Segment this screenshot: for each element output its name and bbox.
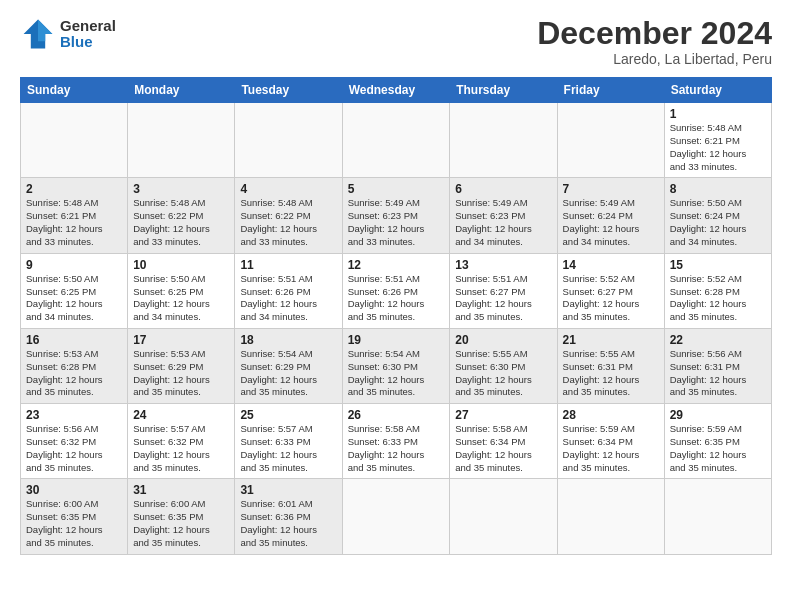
header: General Blue December 2024 Laredo, La Li…: [20, 16, 772, 67]
day-info: Sunrise: 5:49 AM Sunset: 6:23 PM Dayligh…: [455, 197, 551, 248]
calendar-week-3: 9Sunrise: 5:50 AM Sunset: 6:25 PM Daylig…: [21, 253, 772, 328]
day-info: Sunrise: 5:49 AM Sunset: 6:24 PM Dayligh…: [563, 197, 659, 248]
day-number: 14: [563, 258, 659, 272]
calendar-cell: 12Sunrise: 5:51 AM Sunset: 6:26 PM Dayli…: [342, 253, 450, 328]
header-tuesday: Tuesday: [235, 78, 342, 103]
day-number: 13: [455, 258, 551, 272]
day-number: 30: [26, 483, 122, 497]
calendar-header-row: Sunday Monday Tuesday Wednesday Thursday…: [21, 78, 772, 103]
day-info: Sunrise: 5:59 AM Sunset: 6:34 PM Dayligh…: [563, 423, 659, 474]
day-number: 26: [348, 408, 445, 422]
day-info: Sunrise: 5:48 AM Sunset: 6:22 PM Dayligh…: [133, 197, 229, 248]
day-info: Sunrise: 5:54 AM Sunset: 6:29 PM Dayligh…: [240, 348, 336, 399]
day-number: 22: [670, 333, 766, 347]
calendar-cell: 31Sunrise: 6:01 AM Sunset: 6:36 PM Dayli…: [235, 479, 342, 554]
calendar-cell: 30Sunrise: 6:00 AM Sunset: 6:35 PM Dayli…: [21, 479, 128, 554]
calendar-cell: 5Sunrise: 5:49 AM Sunset: 6:23 PM Daylig…: [342, 178, 450, 253]
day-number: 31: [133, 483, 229, 497]
day-info: Sunrise: 5:54 AM Sunset: 6:30 PM Dayligh…: [348, 348, 445, 399]
day-info: Sunrise: 5:51 AM Sunset: 6:26 PM Dayligh…: [240, 273, 336, 324]
day-info: Sunrise: 5:52 AM Sunset: 6:28 PM Dayligh…: [670, 273, 766, 324]
location-subtitle: Laredo, La Libertad, Peru: [537, 51, 772, 67]
day-info: Sunrise: 5:55 AM Sunset: 6:30 PM Dayligh…: [455, 348, 551, 399]
day-number: 25: [240, 408, 336, 422]
calendar-week-2: 2Sunrise: 5:48 AM Sunset: 6:21 PM Daylig…: [21, 178, 772, 253]
calendar-cell: 31Sunrise: 6:00 AM Sunset: 6:35 PM Dayli…: [128, 479, 235, 554]
day-info: Sunrise: 5:53 AM Sunset: 6:29 PM Dayligh…: [133, 348, 229, 399]
day-number: 3: [133, 182, 229, 196]
day-info: Sunrise: 5:50 AM Sunset: 6:25 PM Dayligh…: [26, 273, 122, 324]
calendar-cell: 24Sunrise: 5:57 AM Sunset: 6:32 PM Dayli…: [128, 404, 235, 479]
calendar-cell: 22Sunrise: 5:56 AM Sunset: 6:31 PM Dayli…: [664, 328, 771, 403]
calendar-cell: 8Sunrise: 5:50 AM Sunset: 6:24 PM Daylig…: [664, 178, 771, 253]
day-info: Sunrise: 5:57 AM Sunset: 6:33 PM Dayligh…: [240, 423, 336, 474]
logo-general: General: [60, 18, 116, 35]
calendar-cell: [342, 479, 450, 554]
header-thursday: Thursday: [450, 78, 557, 103]
header-friday: Friday: [557, 78, 664, 103]
calendar-cell: 14Sunrise: 5:52 AM Sunset: 6:27 PM Dayli…: [557, 253, 664, 328]
calendar-cell: [557, 479, 664, 554]
day-number: 5: [348, 182, 445, 196]
day-number: 4: [240, 182, 336, 196]
day-number: 9: [26, 258, 122, 272]
day-info: Sunrise: 5:51 AM Sunset: 6:26 PM Dayligh…: [348, 273, 445, 324]
calendar-cell: 26Sunrise: 5:58 AM Sunset: 6:33 PM Dayli…: [342, 404, 450, 479]
day-number: 8: [670, 182, 766, 196]
day-number: 7: [563, 182, 659, 196]
day-info: Sunrise: 5:51 AM Sunset: 6:27 PM Dayligh…: [455, 273, 551, 324]
day-number: 23: [26, 408, 122, 422]
day-number: 11: [240, 258, 336, 272]
day-info: Sunrise: 5:48 AM Sunset: 6:21 PM Dayligh…: [26, 197, 122, 248]
month-title: December 2024: [537, 16, 772, 51]
calendar-cell: 19Sunrise: 5:54 AM Sunset: 6:30 PM Dayli…: [342, 328, 450, 403]
day-info: Sunrise: 5:55 AM Sunset: 6:31 PM Dayligh…: [563, 348, 659, 399]
calendar-cell: 18Sunrise: 5:54 AM Sunset: 6:29 PM Dayli…: [235, 328, 342, 403]
calendar-cell: 10Sunrise: 5:50 AM Sunset: 6:25 PM Dayli…: [128, 253, 235, 328]
day-number: 17: [133, 333, 229, 347]
calendar-cell: 27Sunrise: 5:58 AM Sunset: 6:34 PM Dayli…: [450, 404, 557, 479]
day-info: Sunrise: 5:58 AM Sunset: 6:34 PM Dayligh…: [455, 423, 551, 474]
calendar-cell: [557, 103, 664, 178]
day-info: Sunrise: 5:59 AM Sunset: 6:35 PM Dayligh…: [670, 423, 766, 474]
calendar-cell: 7Sunrise: 5:49 AM Sunset: 6:24 PM Daylig…: [557, 178, 664, 253]
day-info: Sunrise: 6:00 AM Sunset: 6:35 PM Dayligh…: [26, 498, 122, 549]
day-number: 18: [240, 333, 336, 347]
calendar-cell: [21, 103, 128, 178]
calendar-cell: 29Sunrise: 5:59 AM Sunset: 6:35 PM Dayli…: [664, 404, 771, 479]
day-number: 20: [455, 333, 551, 347]
calendar-cell: 28Sunrise: 5:59 AM Sunset: 6:34 PM Dayli…: [557, 404, 664, 479]
calendar-cell: 21Sunrise: 5:55 AM Sunset: 6:31 PM Dayli…: [557, 328, 664, 403]
calendar-cell: 6Sunrise: 5:49 AM Sunset: 6:23 PM Daylig…: [450, 178, 557, 253]
day-number: 24: [133, 408, 229, 422]
header-saturday: Saturday: [664, 78, 771, 103]
calendar-cell: 13Sunrise: 5:51 AM Sunset: 6:27 PM Dayli…: [450, 253, 557, 328]
logo: General Blue: [20, 16, 116, 52]
calendar-cell: 1Sunrise: 5:48 AM Sunset: 6:21 PM Daylig…: [664, 103, 771, 178]
calendar-week-4: 16Sunrise: 5:53 AM Sunset: 6:28 PM Dayli…: [21, 328, 772, 403]
day-number: 29: [670, 408, 766, 422]
day-number: 28: [563, 408, 659, 422]
logo-blue: Blue: [60, 34, 116, 51]
calendar-cell: 23Sunrise: 5:56 AM Sunset: 6:32 PM Dayli…: [21, 404, 128, 479]
svg-marker-1: [38, 20, 52, 42]
title-block: December 2024 Laredo, La Libertad, Peru: [537, 16, 772, 67]
day-info: Sunrise: 5:48 AM Sunset: 6:22 PM Dayligh…: [240, 197, 336, 248]
day-number: 16: [26, 333, 122, 347]
calendar-cell: 16Sunrise: 5:53 AM Sunset: 6:28 PM Dayli…: [21, 328, 128, 403]
day-number: 15: [670, 258, 766, 272]
header-sunday: Sunday: [21, 78, 128, 103]
day-info: Sunrise: 5:56 AM Sunset: 6:31 PM Dayligh…: [670, 348, 766, 399]
day-number: 12: [348, 258, 445, 272]
calendar-cell: [450, 479, 557, 554]
calendar-cell: [450, 103, 557, 178]
day-info: Sunrise: 5:56 AM Sunset: 6:32 PM Dayligh…: [26, 423, 122, 474]
day-info: Sunrise: 6:01 AM Sunset: 6:36 PM Dayligh…: [240, 498, 336, 549]
calendar-cell: 3Sunrise: 5:48 AM Sunset: 6:22 PM Daylig…: [128, 178, 235, 253]
day-number: 2: [26, 182, 122, 196]
logo-text: General Blue: [60, 18, 116, 51]
calendar-cell: 25Sunrise: 5:57 AM Sunset: 6:33 PM Dayli…: [235, 404, 342, 479]
day-info: Sunrise: 6:00 AM Sunset: 6:35 PM Dayligh…: [133, 498, 229, 549]
calendar-cell: [342, 103, 450, 178]
calendar-cell: 4Sunrise: 5:48 AM Sunset: 6:22 PM Daylig…: [235, 178, 342, 253]
